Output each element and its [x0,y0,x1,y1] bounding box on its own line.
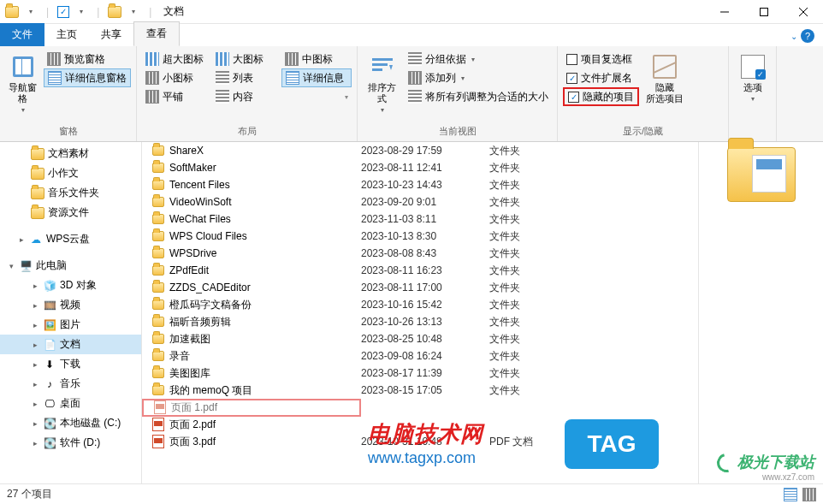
folder-preview-icon [727,147,796,202]
minimize-button[interactable] [705,0,744,24]
pc-icon: 🖥️ [19,259,33,273]
file-row[interactable]: 我的 memoQ 项目2023-08-15 17:05文件夹 [142,382,698,399]
details-pane-button[interactable]: 详细信息窗格 [44,68,131,87]
qat-chevron-icon[interactable]: ▾ [24,5,38,19]
folder-icon [31,187,44,200]
nav-pane-button[interactable]: 导航窗格 ▾ [5,50,40,117]
tree-this-pc[interactable]: ▾🖥️此电脑 [0,256,141,276]
tree-item[interactable]: 小作文 [0,163,141,183]
qat-dropdown-icon[interactable]: ▾ [127,5,140,19]
3d-icon: 🧊 [43,279,56,293]
file-row[interactable]: Tencent Files2023-10-23 14:43文件夹 [142,176,698,193]
checkbox-checked-icon: ✓ [566,73,577,84]
thumbnails-view-icon[interactable] [802,488,816,501]
view-content[interactable]: 内容 [212,87,282,106]
item-checkboxes-toggle[interactable]: 项目复选框 [563,50,639,68]
file-row[interactable]: 美图图库2023-08-17 11:39文件夹 [142,365,698,382]
preview-pane-button[interactable]: 预览窗格 [44,50,131,68]
details-view-icon[interactable] [784,488,797,501]
size-columns-icon [408,90,422,104]
tree-item[interactable]: ▸🖵桌面 [0,394,141,413]
list-icon [216,71,229,85]
file-row[interactable]: SoftMaker2023-08-11 12:41文件夹 [142,159,698,176]
folder-icon [152,385,164,395]
view-small[interactable]: 小图标 [142,68,212,87]
tab-file[interactable]: 文件 [0,23,44,46]
file-row[interactable]: 福昕音频剪辑2023-10-26 13:13文件夹 [142,313,698,330]
folder-icon [152,368,164,378]
options-button[interactable]: 选项 ▾ [736,50,770,106]
doc-icon: 📄 [43,338,56,352]
file-row[interactable]: 橙瓜码字文稿备份2023-10-16 15:42文件夹 [142,296,698,313]
folder-icon [152,334,164,344]
folder-icon [31,206,44,220]
file-row[interactable]: 加速截图2023-08-25 10:48文件夹 [142,330,698,347]
view-tiles[interactable]: 平铺 [142,87,212,106]
tree-item[interactable]: ▸♪音乐 [0,374,141,394]
tree-item[interactable]: 资源文件 [0,203,141,222]
tab-home[interactable]: 主页 [44,23,89,46]
maximize-button[interactable] [744,0,784,24]
file-row[interactable]: ShareX2023-08-29 17:59文件夹 [142,142,698,159]
file-row[interactable]: 录音2023-09-08 16:24文件夹 [142,347,698,365]
close-button[interactable] [784,0,823,24]
svg-rect-5 [372,63,388,66]
qat-chevron-icon[interactable]: ▾ [74,5,88,19]
tree-item[interactable]: 文档素材 [0,144,141,163]
preview-pane [698,142,823,483]
view-large[interactable]: 大图标 [212,50,282,68]
folder-icon [31,167,44,181]
view-extra-large[interactable]: 超大图标 [142,50,212,68]
navigation-tree[interactable]: 文档素材小作文音乐文件夹资源文件 ▸☁WPS云盘 ▾🖥️此电脑 ▸🧊3D 对象▸… [0,142,142,483]
file-row[interactable]: WeChat Files2023-11-03 8:11文件夹 [142,210,698,228]
svg-rect-4 [372,58,393,61]
file-row[interactable]: WPSDrive2023-08-08 8:43文件夹 [142,245,698,262]
status-bar: 27 个项目 [0,483,823,504]
tree-item[interactable]: 音乐文件夹 [0,183,141,203]
folder-icon [5,5,19,19]
hide-selected-button[interactable]: 隐藏所选项目 [642,50,687,108]
folder-icon [152,163,164,173]
add-columns-button[interactable]: 添加列▾ [405,68,552,87]
file-row[interactable]: 页面 1.pdf [142,399,698,416]
tab-share[interactable]: 共享 [89,23,133,46]
layout-more-icon[interactable]: ▾ [345,93,348,101]
item-count: 27 个项目 [7,487,52,501]
hidden-items-toggle[interactable]: ✓隐藏的项目 [563,87,639,106]
file-row[interactable]: VideoWinSoft2023-09-20 9:01文件夹 [142,193,698,210]
checkbox-icon [566,54,577,65]
view-details[interactable]: 详细信息 [281,68,352,87]
qat-checkbox-icon[interactable]: ✓ [57,6,69,18]
group-by-button[interactable]: 分组依据▾ [405,50,552,68]
group-show-hide-label: 显示/隐藏 [558,123,728,141]
tab-view[interactable]: 查看 [133,21,180,46]
music-icon: ♪ [43,377,56,391]
ribbon-tabs: 文件 主页 共享 查看 ⌄ ? [0,24,823,46]
tree-item[interactable]: ▸🧊3D 对象 [0,276,141,295]
view-medium[interactable]: 中图标 [281,50,352,68]
tree-item[interactable]: ▸🎞️视频 [0,295,141,315]
tree-item[interactable]: ▸🖼️图片 [0,315,141,335]
file-row[interactable]: ZPdfEdit2023-08-11 16:23文件夹 [142,262,698,279]
tree-item[interactable]: ▸💽软件 (D:) [0,433,141,453]
folder-icon [31,147,44,161]
preview-pane-icon [47,52,61,66]
folder-icon [108,5,121,19]
ribbon-collapse-icon[interactable]: ⌄ [790,32,797,41]
folder-icon [152,351,164,361]
view-list[interactable]: 列表 [212,68,282,87]
sort-button[interactable]: 排序方式 ▾ [363,50,401,117]
desktop-icon: 🖵 [43,397,56,411]
options-icon [741,55,765,79]
tree-wps[interactable]: ▸☁WPS云盘 [0,229,141,249]
file-row[interactable]: ZZDS_CADEditor2023-08-11 17:00文件夹 [142,279,698,296]
tree-item[interactable]: ▸📄文档 [0,335,141,354]
tree-item[interactable]: ▸⬇下载 [0,354,141,374]
window-title: 文档 [163,4,184,19]
tree-item[interactable]: ▸💽本地磁盘 (C:) [0,413,141,433]
help-icon[interactable]: ? [801,29,814,43]
file-row[interactable]: WPS Cloud Files2023-10-13 8:30文件夹 [142,228,698,245]
size-columns-button[interactable]: 将所有列调整为合适的大小 [405,87,552,106]
folder-icon [152,317,164,327]
file-extensions-toggle[interactable]: ✓文件扩展名 [563,68,639,87]
